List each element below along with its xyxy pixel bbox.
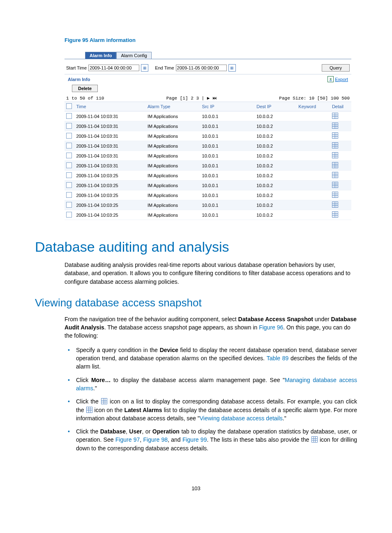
viewing-details-link[interactable]: Viewing database access details: [200, 415, 283, 422]
cell-time: 2009-11-04 10:03:25: [74, 190, 145, 200]
col-src-ip[interactable]: Src IP: [201, 102, 255, 111]
heading-2: Viewing database access snapshot: [35, 297, 357, 309]
cell-alarm-type: IM Applications: [146, 111, 201, 121]
cell-alarm-type: IM Applications: [146, 121, 201, 131]
cell-src-ip: 10.0.0.1: [201, 190, 255, 200]
cell-keyword: [297, 131, 330, 141]
grid-icon: [101, 398, 107, 404]
cell-keyword: [297, 200, 330, 210]
table-row: 2009-11-04 10:03:25IM Applications10.0.0…: [65, 190, 351, 200]
table-row: 2009-11-04 10:03:25IM Applications10.0.0…: [65, 200, 351, 210]
row-checkbox[interactable]: [66, 172, 72, 178]
cell-time: 2009-11-04 10:03:31: [74, 111, 145, 121]
cell-keyword: [297, 181, 330, 190]
detail-icon[interactable]: [332, 172, 338, 178]
end-time-input[interactable]: [176, 65, 227, 71]
cell-dest-ip: 10.0.0.2: [255, 210, 297, 220]
table-row: 2009-11-04 10:03:25IM Applications10.0.0…: [65, 181, 351, 190]
cell-keyword: [297, 190, 330, 200]
cell-dest-ip: 10.0.0.2: [255, 171, 297, 181]
alarm-table: Time Alarm Type Src IP Dest IP Keyword D…: [65, 102, 351, 220]
bullet-list: Specify a query condition in the Device …: [65, 346, 357, 452]
row-checkbox[interactable]: [66, 212, 72, 218]
row-checkbox[interactable]: [66, 162, 72, 168]
cell-alarm-type: IM Applications: [146, 210, 201, 220]
col-alarm-type[interactable]: Alarm Type: [146, 102, 201, 111]
table-row: 2009-11-04 10:03:25IM Applications10.0.0…: [65, 210, 351, 220]
list-item: Specify a query condition in the Device …: [76, 346, 357, 371]
row-checkbox[interactable]: [66, 113, 72, 119]
cell-dest-ip: 10.0.0.2: [255, 131, 297, 141]
col-dest-ip[interactable]: Dest IP: [255, 102, 297, 111]
table-89-link[interactable]: Table 89: [267, 355, 289, 362]
cell-time: 2009-11-04 10:03:25: [74, 171, 145, 181]
export-link[interactable]: X Export: [327, 76, 348, 82]
cell-keyword: [297, 151, 330, 161]
detail-icon[interactable]: [332, 132, 338, 139]
delete-button[interactable]: Delete: [72, 85, 98, 92]
detail-icon[interactable]: [332, 182, 338, 188]
cell-src-ip: 10.0.0.1: [201, 200, 255, 210]
row-checkbox[interactable]: [66, 202, 72, 208]
pager-size[interactable]: Page Size: 10 [50] 100 500: [279, 96, 350, 101]
table-row: 2009-11-04 10:03:31IM Applications10.0.0…: [65, 161, 351, 171]
row-checkbox[interactable]: [66, 123, 72, 129]
row-checkbox[interactable]: [66, 133, 72, 139]
detail-icon[interactable]: [332, 142, 338, 148]
col-detail[interactable]: Detail: [330, 102, 351, 111]
paragraph: From the navigation tree of the behavior…: [65, 315, 357, 340]
cell-time: 2009-11-04 10:03:25: [74, 210, 145, 220]
col-keyword[interactable]: Keyword: [297, 102, 330, 111]
end-time-label: End Time: [155, 65, 174, 70]
col-time[interactable]: Time: [74, 102, 145, 111]
calendar-icon[interactable]: ▦: [141, 64, 148, 72]
figure-99-link[interactable]: Figure 99: [182, 436, 207, 443]
tab-alarm-info[interactable]: Alarm Info: [85, 52, 116, 59]
cell-time: 2009-11-04 10:03:25: [74, 181, 145, 190]
table-row: 2009-11-04 10:03:31IM Applications10.0.0…: [65, 151, 351, 161]
detail-icon[interactable]: [332, 123, 338, 129]
cell-dest-ip: 10.0.0.2: [255, 111, 297, 121]
cell-dest-ip: 10.0.0.2: [255, 121, 297, 131]
query-button[interactable]: Query: [322, 64, 350, 72]
figure-97-link[interactable]: Figure 97: [115, 436, 140, 443]
cell-src-ip: 10.0.0.1: [201, 171, 255, 181]
section-title: Alarm Info: [68, 77, 90, 82]
cell-src-ip: 10.0.0.1: [201, 181, 255, 190]
detail-icon[interactable]: [332, 202, 338, 208]
cell-alarm-type: IM Applications: [146, 181, 201, 190]
row-checkbox[interactable]: [66, 192, 72, 198]
cell-keyword: [297, 210, 330, 220]
cell-alarm-type: IM Applications: [146, 190, 201, 200]
heading-1: Database auditing and analysis: [35, 239, 357, 255]
start-time-input[interactable]: [88, 65, 139, 71]
cell-src-ip: 10.0.0.1: [201, 131, 255, 141]
detail-icon[interactable]: [332, 162, 338, 168]
row-checkbox[interactable]: [66, 182, 72, 188]
detail-icon[interactable]: [332, 152, 338, 158]
cell-dest-ip: 10.0.0.2: [255, 190, 297, 200]
tab-alarm-config[interactable]: Alarm Config: [116, 52, 152, 59]
detail-icon[interactable]: [332, 113, 338, 119]
cell-alarm-type: IM Applications: [146, 141, 201, 151]
cell-alarm-type: IM Applications: [146, 161, 201, 171]
select-all-checkbox[interactable]: [66, 103, 72, 109]
excel-icon: X: [327, 76, 334, 82]
cell-time: 2009-11-04 10:03:25: [74, 200, 145, 210]
pager-range: 1 to 50 of 110: [66, 96, 104, 101]
figure-96-link[interactable]: Figure 96: [259, 324, 283, 331]
calendar-icon[interactable]: ▦: [228, 64, 236, 72]
row-checkbox[interactable]: [66, 143, 72, 148]
pager-pages[interactable]: Page [1] 2 3 | ▶ ⏭: [104, 95, 279, 101]
cell-src-ip: 10.0.0.1: [201, 210, 255, 220]
detail-icon[interactable]: [332, 192, 338, 198]
detail-icon[interactable]: [332, 211, 338, 218]
cell-alarm-type: IM Applications: [146, 200, 201, 210]
page-number: 103: [35, 485, 357, 491]
cell-keyword: [297, 171, 330, 181]
grid-icon: [86, 407, 92, 413]
table-row: 2009-11-04 10:03:31IM Applications10.0.0…: [65, 121, 351, 131]
start-time-label: Start Time: [66, 65, 87, 70]
row-checkbox[interactable]: [66, 153, 72, 158]
figure-98-link[interactable]: Figure 98: [143, 436, 168, 443]
